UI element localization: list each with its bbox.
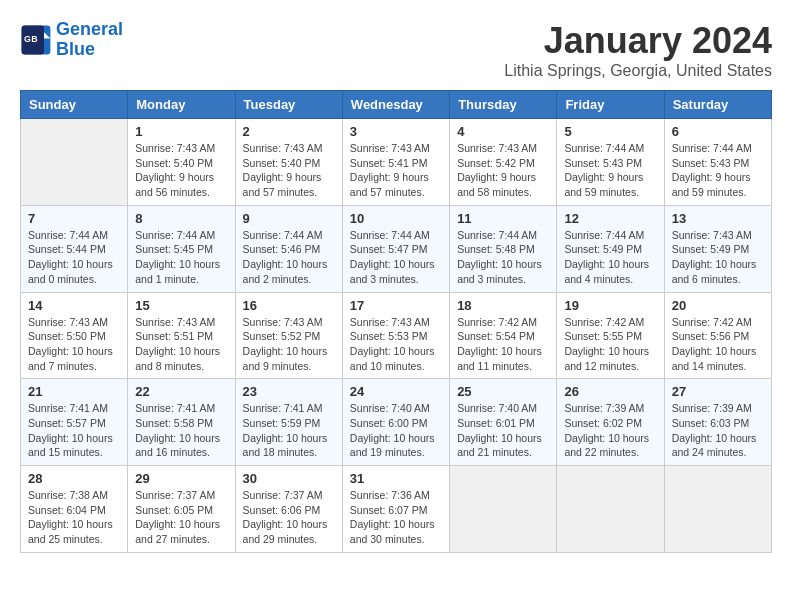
weekday-tuesday: Tuesday — [235, 91, 342, 119]
day-detail: Sunrise: 7:36 AMSunset: 6:07 PMDaylight:… — [350, 488, 442, 547]
day-detail: Sunrise: 7:39 AMSunset: 6:02 PMDaylight:… — [564, 401, 656, 460]
calendar-cell: 1Sunrise: 7:43 AMSunset: 5:40 PMDaylight… — [128, 119, 235, 206]
day-number: 29 — [135, 471, 227, 486]
calendar-cell: 27Sunrise: 7:39 AMSunset: 6:03 PMDayligh… — [664, 379, 771, 466]
weekday-wednesday: Wednesday — [342, 91, 449, 119]
day-number: 12 — [564, 211, 656, 226]
day-detail: Sunrise: 7:43 AMSunset: 5:51 PMDaylight:… — [135, 315, 227, 374]
day-number: 18 — [457, 298, 549, 313]
header: G B General Blue January 2024 Lithia Spr… — [20, 20, 772, 80]
title-area: January 2024 Lithia Springs, Georgia, Un… — [504, 20, 772, 80]
day-number: 10 — [350, 211, 442, 226]
calendar-cell: 4Sunrise: 7:43 AMSunset: 5:42 PMDaylight… — [450, 119, 557, 206]
day-number: 5 — [564, 124, 656, 139]
calendar-cell: 19Sunrise: 7:42 AMSunset: 5:55 PMDayligh… — [557, 292, 664, 379]
day-number: 25 — [457, 384, 549, 399]
day-detail: Sunrise: 7:38 AMSunset: 6:04 PMDaylight:… — [28, 488, 120, 547]
day-detail: Sunrise: 7:43 AMSunset: 5:42 PMDaylight:… — [457, 141, 549, 200]
calendar-cell: 10Sunrise: 7:44 AMSunset: 5:47 PMDayligh… — [342, 205, 449, 292]
day-number: 1 — [135, 124, 227, 139]
day-detail: Sunrise: 7:44 AMSunset: 5:46 PMDaylight:… — [243, 228, 335, 287]
day-detail: Sunrise: 7:44 AMSunset: 5:45 PMDaylight:… — [135, 228, 227, 287]
day-number: 31 — [350, 471, 442, 486]
day-detail: Sunrise: 7:41 AMSunset: 5:57 PMDaylight:… — [28, 401, 120, 460]
day-number: 8 — [135, 211, 227, 226]
calendar-cell — [557, 466, 664, 553]
day-detail: Sunrise: 7:44 AMSunset: 5:43 PMDaylight:… — [564, 141, 656, 200]
day-detail: Sunrise: 7:42 AMSunset: 5:56 PMDaylight:… — [672, 315, 764, 374]
calendar-cell — [21, 119, 128, 206]
day-number: 17 — [350, 298, 442, 313]
day-detail: Sunrise: 7:44 AMSunset: 5:43 PMDaylight:… — [672, 141, 764, 200]
logo-name: General Blue — [56, 20, 123, 60]
day-number: 4 — [457, 124, 549, 139]
logo: G B General Blue — [20, 20, 123, 60]
day-detail: Sunrise: 7:44 AMSunset: 5:44 PMDaylight:… — [28, 228, 120, 287]
month-title: January 2024 — [504, 20, 772, 62]
weekday-saturday: Saturday — [664, 91, 771, 119]
week-row-4: 21Sunrise: 7:41 AMSunset: 5:57 PMDayligh… — [21, 379, 772, 466]
day-number: 27 — [672, 384, 764, 399]
calendar-cell: 16Sunrise: 7:43 AMSunset: 5:52 PMDayligh… — [235, 292, 342, 379]
day-detail: Sunrise: 7:41 AMSunset: 5:58 PMDaylight:… — [135, 401, 227, 460]
weekday-thursday: Thursday — [450, 91, 557, 119]
calendar-cell: 3Sunrise: 7:43 AMSunset: 5:41 PMDaylight… — [342, 119, 449, 206]
calendar-body: 1Sunrise: 7:43 AMSunset: 5:40 PMDaylight… — [21, 119, 772, 553]
day-detail: Sunrise: 7:43 AMSunset: 5:49 PMDaylight:… — [672, 228, 764, 287]
day-detail: Sunrise: 7:39 AMSunset: 6:03 PMDaylight:… — [672, 401, 764, 460]
day-detail: Sunrise: 7:37 AMSunset: 6:06 PMDaylight:… — [243, 488, 335, 547]
day-detail: Sunrise: 7:43 AMSunset: 5:40 PMDaylight:… — [243, 141, 335, 200]
calendar-cell: 30Sunrise: 7:37 AMSunset: 6:06 PMDayligh… — [235, 466, 342, 553]
calendar-cell: 24Sunrise: 7:40 AMSunset: 6:00 PMDayligh… — [342, 379, 449, 466]
calendar-table: SundayMondayTuesdayWednesdayThursdayFrid… — [20, 90, 772, 553]
calendar-cell — [450, 466, 557, 553]
day-number: 11 — [457, 211, 549, 226]
week-row-2: 7Sunrise: 7:44 AMSunset: 5:44 PMDaylight… — [21, 205, 772, 292]
day-number: 26 — [564, 384, 656, 399]
day-number: 30 — [243, 471, 335, 486]
calendar-cell: 6Sunrise: 7:44 AMSunset: 5:43 PMDaylight… — [664, 119, 771, 206]
week-row-1: 1Sunrise: 7:43 AMSunset: 5:40 PMDaylight… — [21, 119, 772, 206]
day-detail: Sunrise: 7:44 AMSunset: 5:49 PMDaylight:… — [564, 228, 656, 287]
day-detail: Sunrise: 7:43 AMSunset: 5:40 PMDaylight:… — [135, 141, 227, 200]
calendar-cell: 13Sunrise: 7:43 AMSunset: 5:49 PMDayligh… — [664, 205, 771, 292]
logo-icon: G B — [20, 24, 52, 56]
week-row-5: 28Sunrise: 7:38 AMSunset: 6:04 PMDayligh… — [21, 466, 772, 553]
day-number: 21 — [28, 384, 120, 399]
calendar-cell: 18Sunrise: 7:42 AMSunset: 5:54 PMDayligh… — [450, 292, 557, 379]
day-detail: Sunrise: 7:43 AMSunset: 5:52 PMDaylight:… — [243, 315, 335, 374]
calendar-cell: 11Sunrise: 7:44 AMSunset: 5:48 PMDayligh… — [450, 205, 557, 292]
day-number: 6 — [672, 124, 764, 139]
calendar-cell: 17Sunrise: 7:43 AMSunset: 5:53 PMDayligh… — [342, 292, 449, 379]
week-row-3: 14Sunrise: 7:43 AMSunset: 5:50 PMDayligh… — [21, 292, 772, 379]
day-number: 22 — [135, 384, 227, 399]
day-detail: Sunrise: 7:43 AMSunset: 5:50 PMDaylight:… — [28, 315, 120, 374]
day-number: 23 — [243, 384, 335, 399]
calendar-cell: 8Sunrise: 7:44 AMSunset: 5:45 PMDaylight… — [128, 205, 235, 292]
day-detail: Sunrise: 7:42 AMSunset: 5:55 PMDaylight:… — [564, 315, 656, 374]
day-number: 16 — [243, 298, 335, 313]
calendar-cell: 14Sunrise: 7:43 AMSunset: 5:50 PMDayligh… — [21, 292, 128, 379]
day-detail: Sunrise: 7:42 AMSunset: 5:54 PMDaylight:… — [457, 315, 549, 374]
svg-text:B: B — [31, 33, 37, 43]
weekday-monday: Monday — [128, 91, 235, 119]
day-number: 3 — [350, 124, 442, 139]
day-detail: Sunrise: 7:41 AMSunset: 5:59 PMDaylight:… — [243, 401, 335, 460]
day-number: 13 — [672, 211, 764, 226]
day-number: 19 — [564, 298, 656, 313]
day-detail: Sunrise: 7:40 AMSunset: 6:00 PMDaylight:… — [350, 401, 442, 460]
calendar-cell: 22Sunrise: 7:41 AMSunset: 5:58 PMDayligh… — [128, 379, 235, 466]
day-detail: Sunrise: 7:43 AMSunset: 5:53 PMDaylight:… — [350, 315, 442, 374]
day-detail: Sunrise: 7:44 AMSunset: 5:47 PMDaylight:… — [350, 228, 442, 287]
weekday-sunday: Sunday — [21, 91, 128, 119]
calendar-cell — [664, 466, 771, 553]
weekday-friday: Friday — [557, 91, 664, 119]
day-number: 14 — [28, 298, 120, 313]
day-detail: Sunrise: 7:40 AMSunset: 6:01 PMDaylight:… — [457, 401, 549, 460]
calendar-cell: 28Sunrise: 7:38 AMSunset: 6:04 PMDayligh… — [21, 466, 128, 553]
day-number: 7 — [28, 211, 120, 226]
calendar-cell: 5Sunrise: 7:44 AMSunset: 5:43 PMDaylight… — [557, 119, 664, 206]
weekday-header-row: SundayMondayTuesdayWednesdayThursdayFrid… — [21, 91, 772, 119]
day-number: 28 — [28, 471, 120, 486]
calendar-cell: 9Sunrise: 7:44 AMSunset: 5:46 PMDaylight… — [235, 205, 342, 292]
